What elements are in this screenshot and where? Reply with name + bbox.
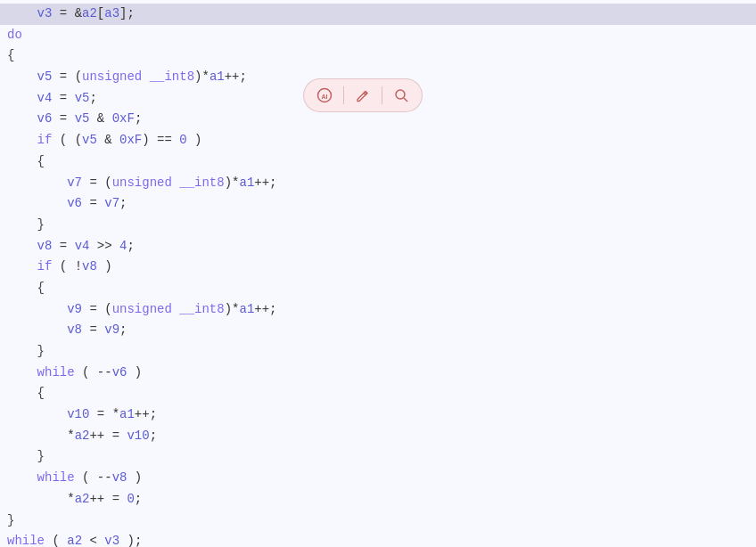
code-line: { bbox=[0, 45, 756, 67]
code-line: } bbox=[0, 510, 756, 532]
toolbar-popup[interactable]: AI bbox=[303, 78, 423, 112]
code-line: do bbox=[0, 25, 756, 46]
toolbar-divider-1 bbox=[343, 86, 344, 104]
code-line: v10 = *a1++; bbox=[0, 404, 756, 426]
code-line: { bbox=[0, 151, 756, 173]
code-line: *a2++ = v10; bbox=[0, 426, 756, 447]
code-line: } bbox=[0, 446, 756, 468]
ai-button[interactable]: AI bbox=[311, 83, 338, 108]
code-line: } bbox=[0, 341, 756, 363]
code-line: v8 = v4 >> 4; bbox=[0, 236, 756, 257]
code-line: v9 = (unsigned __int8)*a1++; bbox=[0, 299, 756, 321]
code-line: while ( --v8 ) bbox=[0, 468, 756, 489]
code-editor: v3 = &a2[a3];do{ v5 = (unsigned __int8)*… bbox=[0, 0, 756, 547]
code-line: } bbox=[0, 215, 756, 236]
code-line: if ( (v5 & 0xF) == 0 ) bbox=[0, 130, 756, 151]
edit-button[interactable] bbox=[349, 83, 376, 108]
toolbar-divider-2 bbox=[382, 86, 382, 104]
code-line: while ( --v6 ) bbox=[0, 363, 756, 384]
svg-line-3 bbox=[404, 98, 407, 102]
code-line: if ( !v8 ) bbox=[0, 257, 756, 278]
code-line: v7 = (unsigned __int8)*a1++; bbox=[0, 173, 756, 194]
code-line: v6 = v7; bbox=[0, 193, 756, 215]
code-line: v8 = v9; bbox=[0, 320, 756, 341]
search-button[interactable] bbox=[388, 83, 415, 108]
code-line: { bbox=[0, 278, 756, 299]
code-line: *a2++ = 0; bbox=[0, 489, 756, 510]
svg-text:AI: AI bbox=[322, 94, 328, 100]
code-line: while ( a2 < v3 ); bbox=[0, 531, 756, 547]
code-line: v3 = &a2[a3]; bbox=[0, 4, 756, 25]
svg-point-2 bbox=[396, 90, 405, 99]
code-line: { bbox=[0, 383, 756, 404]
